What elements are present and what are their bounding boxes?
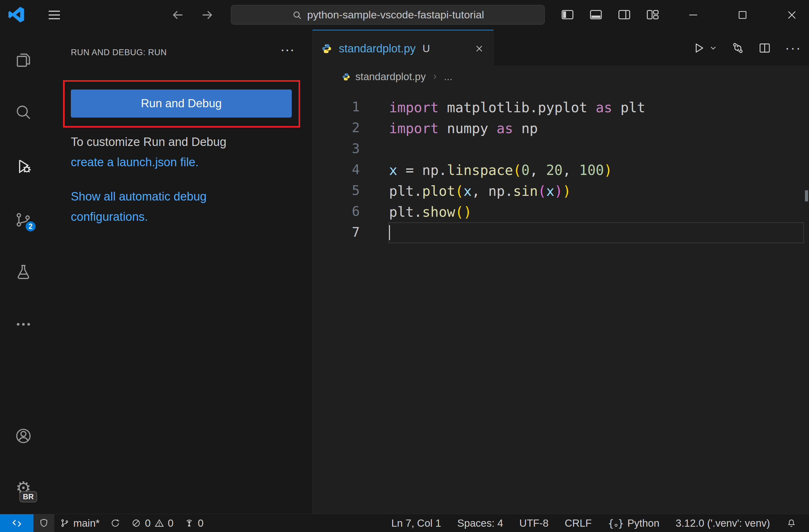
indentation[interactable]: Spaces: 4 bbox=[449, 514, 511, 532]
menu-icon[interactable] bbox=[47, 7, 62, 22]
code-token: ( bbox=[513, 162, 521, 178]
tab-git-status: U bbox=[423, 43, 430, 55]
breadcrumb-file[interactable]: standardplot.py bbox=[355, 71, 426, 83]
code-text[interactable] bbox=[389, 139, 804, 160]
explorer-icon[interactable] bbox=[14, 51, 33, 70]
code-line[interactable]: 5plt.plot(x, np.sin(x)) bbox=[313, 180, 809, 201]
python-interpreter[interactable]: 3.12.0 ('.venv': venv) bbox=[668, 514, 778, 532]
error-count: 0 bbox=[145, 517, 150, 529]
workspace-trust[interactable] bbox=[33, 514, 54, 532]
encoding[interactable]: UTF-8 bbox=[511, 514, 557, 532]
maximize-button[interactable] bbox=[733, 6, 753, 24]
language-mode[interactable]: {} Python bbox=[600, 514, 667, 532]
line-number[interactable]: 1 bbox=[313, 97, 360, 118]
text-cursor bbox=[389, 225, 390, 240]
remote-icon bbox=[12, 518, 22, 529]
code-token: = bbox=[406, 162, 422, 178]
close-button[interactable] bbox=[782, 6, 802, 24]
tab-close-icon[interactable] bbox=[474, 43, 484, 54]
git-branch[interactable]: main* bbox=[54, 514, 105, 532]
status-right: Ln 7, Col 1 Spaces: 4 UTF-8 CRLF {} Pyth… bbox=[383, 514, 809, 532]
customize-text: To customize Run and Debug bbox=[71, 132, 226, 152]
code-token: ) bbox=[554, 183, 563, 199]
cursor-position[interactable]: Ln 7, Col 1 bbox=[383, 514, 449, 532]
forward-arrow-icon[interactable] bbox=[200, 8, 214, 22]
run-dropdown-icon[interactable] bbox=[709, 44, 718, 52]
code-text[interactable] bbox=[389, 222, 804, 243]
python-file-icon bbox=[321, 43, 332, 54]
account-icon[interactable] bbox=[14, 427, 33, 445]
back-arrow-icon[interactable] bbox=[171, 8, 185, 22]
problems[interactable]: 0 0 bbox=[126, 514, 179, 532]
code-line[interactable]: 6plt.show() bbox=[313, 201, 809, 222]
open-changes-icon[interactable] bbox=[731, 41, 744, 55]
source-control-badge: 2 bbox=[25, 220, 36, 232]
code-token: ( bbox=[455, 183, 464, 199]
code-token: ) bbox=[463, 204, 472, 220]
code-token: x bbox=[546, 183, 554, 199]
run-debug-sidebar: RUN AND DEBUG: RUN ··· Run and Debug To … bbox=[47, 30, 313, 514]
code-text[interactable]: plt.show() bbox=[389, 201, 804, 222]
line-number[interactable]: 5 bbox=[313, 180, 360, 201]
run-python-file-icon[interactable] bbox=[693, 41, 706, 55]
toggle-sidebar-icon[interactable] bbox=[560, 7, 575, 22]
line-number[interactable]: 2 bbox=[313, 118, 360, 139]
code-text[interactable]: import numpy as np bbox=[389, 118, 804, 139]
eol-sequence[interactable]: CRLF bbox=[556, 514, 600, 532]
code-line[interactable]: 3 bbox=[313, 139, 809, 160]
line-number[interactable]: 6 bbox=[313, 201, 360, 222]
search-view-icon[interactable] bbox=[14, 103, 33, 122]
show-all-configs: Show all automatic debug configurations. bbox=[71, 187, 207, 227]
show-all-configs-link-line1[interactable]: Show all automatic debug bbox=[71, 190, 207, 203]
code-line[interactable]: 1import matplotlib.pyplot as plt bbox=[313, 97, 809, 118]
code-token: ) bbox=[604, 162, 613, 178]
sidebar-more-actions-icon[interactable]: ··· bbox=[280, 41, 294, 58]
tab-standardplot[interactable]: standardplot.py U bbox=[313, 30, 494, 67]
code-line[interactable]: 2import numpy as np bbox=[313, 118, 809, 139]
run-debug-icon[interactable] bbox=[14, 157, 33, 176]
launch-json-link[interactable]: create a launch.json file. bbox=[71, 156, 199, 169]
code-token: as bbox=[496, 120, 521, 136]
code-text[interactable]: x = np.linspace(0, 20, 100) bbox=[389, 160, 804, 180]
toggle-panel-icon[interactable] bbox=[589, 7, 603, 22]
editor-actions: ··· bbox=[693, 30, 802, 67]
testing-icon[interactable] bbox=[14, 263, 33, 282]
code-line[interactable]: 7 bbox=[313, 222, 809, 243]
run-and-debug-button[interactable]: Run and Debug bbox=[71, 89, 292, 118]
code-token: show bbox=[422, 204, 455, 220]
main-area: 2 ⚙ BR RUN AND DEBUG: RUN ··· bbox=[0, 30, 809, 514]
settings-gear-icon[interactable]: ⚙ BR bbox=[14, 479, 33, 497]
shield-icon bbox=[39, 518, 49, 528]
code-text[interactable]: import matplotlib.pyplot as plt bbox=[389, 97, 804, 118]
radio-tower-icon bbox=[184, 518, 194, 528]
notifications[interactable] bbox=[778, 514, 805, 532]
remote-indicator[interactable] bbox=[0, 514, 33, 532]
code-token: np bbox=[488, 183, 505, 199]
source-control-icon[interactable]: 2 bbox=[14, 211, 33, 229]
more-views-icon[interactable] bbox=[14, 315, 33, 334]
customize-layout-icon[interactable] bbox=[646, 7, 660, 22]
code-line[interactable]: 4x = np.linspace(0, 20, 100) bbox=[313, 160, 809, 180]
line-number[interactable]: 7 bbox=[313, 222, 360, 243]
toggle-secondary-sidebar-icon[interactable] bbox=[617, 7, 632, 22]
editor-more-actions-icon[interactable]: ··· bbox=[785, 40, 802, 56]
search-input[interactable]: python-sample-vscode-fastapi-tutorial bbox=[231, 5, 545, 25]
code-token: matplotlib.pyplot bbox=[447, 100, 596, 116]
code-token: ( bbox=[538, 183, 546, 199]
code-text[interactable]: plt.plot(x, np.sin(x)) bbox=[389, 180, 804, 201]
code-lines[interactable]: 1import matplotlib.pyplot as plt2import … bbox=[313, 87, 809, 514]
sync-changes[interactable] bbox=[105, 514, 126, 532]
code-token: . bbox=[414, 204, 422, 220]
line-number[interactable]: 3 bbox=[313, 139, 360, 160]
show-all-configs-link-line2[interactable]: configurations. bbox=[71, 210, 148, 223]
scrollbar-decoration[interactable] bbox=[805, 190, 808, 201]
line-number[interactable]: 4 bbox=[313, 160, 360, 180]
braces-icon: {} bbox=[608, 517, 624, 529]
ports[interactable]: 0 bbox=[179, 514, 209, 532]
breadcrumb-more[interactable]: ... bbox=[444, 71, 453, 83]
minimize-button[interactable] bbox=[683, 6, 703, 24]
code-token: plt bbox=[389, 204, 414, 220]
code-token: as bbox=[596, 100, 620, 116]
status-bar: main* 0 0 0 Ln 7, Col 1 Spaces: 4 UTF-8 … bbox=[0, 514, 809, 532]
split-editor-icon[interactable] bbox=[758, 41, 771, 55]
